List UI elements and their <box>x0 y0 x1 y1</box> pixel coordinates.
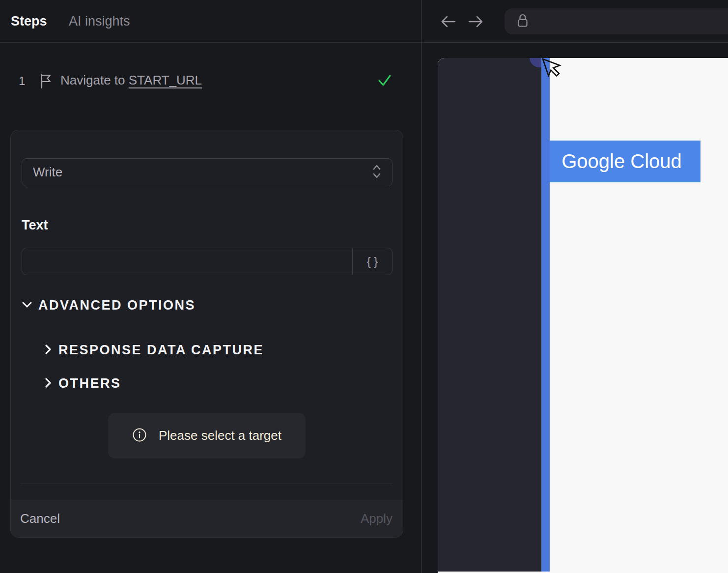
footer-divider <box>20 484 392 484</box>
chevron-right-icon <box>45 377 52 390</box>
chevron-down-icon <box>22 301 32 310</box>
cancel-button[interactable]: Cancel <box>20 500 60 537</box>
text-input-group: { } <box>22 248 392 275</box>
info-icon <box>132 428 147 444</box>
start-url-link[interactable]: START_URL <box>129 73 202 87</box>
app-window: Steps AI insights 1 Navigate to START_UR… <box>0 0 728 573</box>
advanced-options-toggle[interactable]: ADVANCED OPTIONS <box>22 298 196 313</box>
step-title: Navigate to START_URL <box>60 73 202 88</box>
browser-panel: Google Cloud <box>421 0 728 573</box>
editor-footer: Cancel Apply <box>11 500 403 537</box>
tab-ai-insights[interactable]: AI insights <box>69 0 130 43</box>
steps-panel: Steps AI insights 1 Navigate to START_UR… <box>0 0 421 573</box>
browser-toolbar <box>422 0 728 43</box>
chevron-right-icon <box>45 344 52 357</box>
others-label: OTHERS <box>58 376 121 391</box>
text-input[interactable] <box>22 248 352 275</box>
apply-button[interactable]: Apply <box>361 500 392 537</box>
success-check-icon <box>378 74 392 89</box>
back-button[interactable] <box>440 0 457 43</box>
forward-button[interactable] <box>467 0 484 43</box>
page-dark-sidebar <box>438 58 541 572</box>
mouse-cursor-icon <box>541 58 563 85</box>
step-number: 1 <box>19 74 25 88</box>
lock-icon <box>517 13 529 30</box>
action-select-value: Write <box>33 165 372 180</box>
arrow-left-icon <box>440 15 457 28</box>
response-data-capture-toggle[interactable]: RESPONSE DATA CAPTURE <box>45 343 264 358</box>
panel-header: Steps AI insights <box>0 0 421 43</box>
web-page: Google Cloud <box>438 58 728 573</box>
tab-steps[interactable]: Steps <box>11 0 47 43</box>
select-target-notice-text: Please select a target <box>159 428 281 443</box>
step-editor-card: Write Text { } ADVA <box>10 130 403 538</box>
google-cloud-highlight[interactable]: Google Cloud <box>550 141 700 182</box>
response-data-capture-label: RESPONSE DATA CAPTURE <box>58 343 264 358</box>
google-cloud-label: Google Cloud <box>561 150 682 172</box>
flag-icon <box>40 74 51 90</box>
insert-variable-button[interactable]: { } <box>352 248 392 275</box>
chevron-updown-icon <box>372 164 381 181</box>
action-select[interactable]: Write <box>22 158 392 186</box>
browser-viewport: Google Cloud <box>422 43 728 573</box>
text-field-label: Text <box>22 218 48 233</box>
arrow-right-icon <box>467 15 484 28</box>
select-target-notice: Please select a target <box>108 413 306 458</box>
advanced-options-label: ADVANCED OPTIONS <box>38 298 196 313</box>
others-toggle[interactable]: OTHERS <box>45 376 121 391</box>
element-highlight-stripe <box>541 58 550 572</box>
step-item[interactable]: 1 Navigate to START_URL <box>0 73 421 90</box>
step-title-text: Navigate to <box>60 73 129 87</box>
address-bar[interactable] <box>504 8 728 34</box>
